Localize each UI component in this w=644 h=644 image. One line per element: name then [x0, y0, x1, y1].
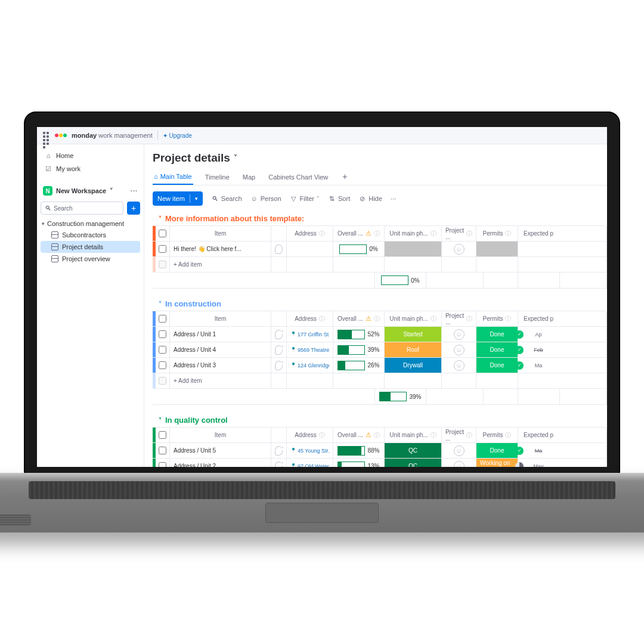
row-progress[interactable]: 13%: [333, 459, 385, 467]
row-manager[interactable]: ☺: [442, 358, 476, 373]
col-address[interactable]: Addressⓘ: [287, 428, 333, 442]
col-expected[interactable]: Expected p: [518, 311, 559, 326]
row-progress[interactable]: 0%: [333, 242, 385, 256]
col-checkbox[interactable]: [156, 226, 170, 241]
col-overall[interactable]: Overall ...⚠ⓘ: [333, 226, 385, 241]
row-manager[interactable]: ☺: [442, 443, 476, 458]
row-phase[interactable]: Started: [385, 327, 442, 342]
tab-map[interactable]: Map: [242, 169, 256, 185]
workspace-header[interactable]: N New Workspace ˅ ···: [41, 184, 140, 198]
row-checkbox[interactable]: [156, 358, 170, 373]
col-permits[interactable]: Permitsⓘ: [476, 428, 518, 442]
col-expected[interactable]: Expected p: [518, 428, 559, 442]
row-permit[interactable]: Done✓: [476, 342, 518, 357]
tree-item-project-details[interactable]: Project details: [41, 241, 140, 253]
row-checkbox[interactable]: [156, 327, 170, 342]
group-header[interactable]: ˅In construction: [153, 297, 607, 311]
col-address[interactable]: Addressⓘ: [287, 311, 333, 326]
row-item[interactable]: Address / Unit 3: [170, 358, 271, 373]
sidebar-mywork[interactable]: ☑My work: [41, 162, 140, 175]
col-manager[interactable]: Project ...ⓘ: [442, 226, 476, 241]
chat-icon[interactable]: [275, 244, 283, 254]
row-phase[interactable]: Roof: [385, 342, 442, 357]
toolbar-hide[interactable]: ⊘Hide: [358, 195, 382, 203]
row-checkbox[interactable]: [156, 459, 170, 467]
row-permit[interactable]: Done✓: [476, 358, 518, 373]
toolbar-person[interactable]: ☺Person: [250, 195, 281, 203]
toolbar-search[interactable]: 🔍︎Search: [211, 195, 242, 203]
add-item-row[interactable]: + Add item: [153, 257, 606, 273]
row-item[interactable]: Address / Unit 5: [170, 443, 271, 458]
address-link[interactable]: 9569 Theatre ...: [290, 347, 329, 353]
tree-item-project-overview[interactable]: Project overview: [41, 253, 140, 265]
tab-cabinets[interactable]: Cabinets Chart View: [267, 169, 329, 185]
sidebar-search-input[interactable]: 🔍︎Search: [41, 202, 123, 215]
col-permits[interactable]: Permitsⓘ: [476, 226, 518, 241]
row-checkbox[interactable]: [156, 342, 170, 357]
toolbar-filter[interactable]: ▽Filter˅: [290, 195, 320, 203]
col-checkbox[interactable]: [156, 428, 170, 442]
tree-item-subcontractors[interactable]: Subcontractors: [41, 229, 140, 241]
address-link[interactable]: 177 Griffin St...: [290, 332, 329, 338]
workspace-more-icon[interactable]: ···: [131, 187, 138, 194]
chat-add-icon[interactable]: [275, 361, 283, 370]
row-manager[interactable]: ☺: [442, 459, 476, 467]
row-phase[interactable]: Drywall: [385, 358, 442, 373]
row-progress[interactable]: 26%: [333, 358, 385, 373]
tab-main-table[interactable]: ⌂Main Table: [153, 169, 193, 185]
row-phase[interactable]: [385, 242, 442, 256]
new-item-button[interactable]: New item▾: [153, 191, 203, 206]
col-phase[interactable]: Unit main ph...ⓘ: [385, 311, 442, 326]
row-expected[interactable]: Feb: [518, 342, 559, 357]
address-link[interactable]: 97 Old Water ...: [290, 463, 329, 467]
row-progress[interactable]: 52%: [333, 327, 385, 342]
chat-add-icon[interactable]: [275, 462, 283, 467]
page-title[interactable]: Project details˅: [153, 150, 607, 166]
address-link[interactable]: 124 Glenridge...: [290, 363, 329, 369]
group-header[interactable]: ˅In quality control: [153, 413, 607, 427]
row-phase[interactable]: QC: [385, 459, 442, 467]
toolbar-more-icon[interactable]: ···: [391, 195, 396, 202]
row-expected[interactable]: Ma: [518, 358, 559, 373]
col-manager[interactable]: Project ...ⓘ: [442, 428, 476, 442]
col-manager[interactable]: Project ...ⓘ: [442, 311, 476, 326]
tab-add-button[interactable]: +: [340, 169, 349, 185]
apps-grid-icon[interactable]: [43, 132, 50, 139]
col-item[interactable]: Item: [170, 226, 271, 241]
row-permit[interactable]: [476, 242, 518, 256]
chat-add-icon[interactable]: [275, 330, 283, 339]
tab-timeline[interactable]: Timeline: [204, 169, 231, 185]
toolbar-sort[interactable]: ⇅Sort: [328, 195, 350, 203]
row-expected[interactable]: May: [518, 459, 559, 467]
col-phase[interactable]: Unit main ph...ⓘ: [385, 226, 442, 241]
col-overall[interactable]: Overall ...⚠ⓘ: [333, 428, 385, 442]
row-item[interactable]: Hi there! 👋 Click here f...: [170, 242, 271, 256]
row-checkbox[interactable]: [156, 443, 170, 458]
chat-add-icon[interactable]: [275, 446, 283, 456]
row-phase[interactable]: QC: [385, 443, 442, 458]
row-permit[interactable]: Working on it: [476, 459, 518, 467]
row-expected[interactable]: [518, 242, 559, 256]
row-checkbox[interactable]: [156, 242, 170, 256]
row-manager[interactable]: ☺: [442, 242, 476, 256]
row-permit[interactable]: Done✓: [476, 327, 518, 342]
row-permit[interactable]: Done✓: [476, 443, 518, 458]
col-expected[interactable]: Expected p: [518, 226, 559, 241]
col-item[interactable]: Item: [170, 311, 271, 326]
row-progress[interactable]: 88%: [333, 443, 385, 458]
sidebar-home[interactable]: ⌂Home: [41, 149, 140, 162]
row-manager[interactable]: ☺: [442, 327, 476, 342]
row-manager[interactable]: ☺: [442, 342, 476, 357]
row-expected[interactable]: Ap: [518, 327, 559, 342]
upgrade-link[interactable]: Upgrade: [163, 132, 192, 139]
sidebar-add-button[interactable]: +: [127, 202, 140, 215]
group-header[interactable]: ˅More information about this template:: [153, 212, 607, 225]
row-progress[interactable]: 39%: [333, 342, 385, 357]
col-phase[interactable]: Unit main ph...ⓘ: [385, 428, 442, 442]
row-item[interactable]: Address / Unit 4: [170, 342, 271, 357]
add-item-row[interactable]: + Add item: [153, 373, 606, 389]
col-permits[interactable]: Permitsⓘ: [476, 311, 518, 326]
col-item[interactable]: Item: [170, 428, 271, 442]
row-expected[interactable]: Ma: [518, 443, 559, 458]
tree-root[interactable]: Construction management: [41, 218, 140, 229]
